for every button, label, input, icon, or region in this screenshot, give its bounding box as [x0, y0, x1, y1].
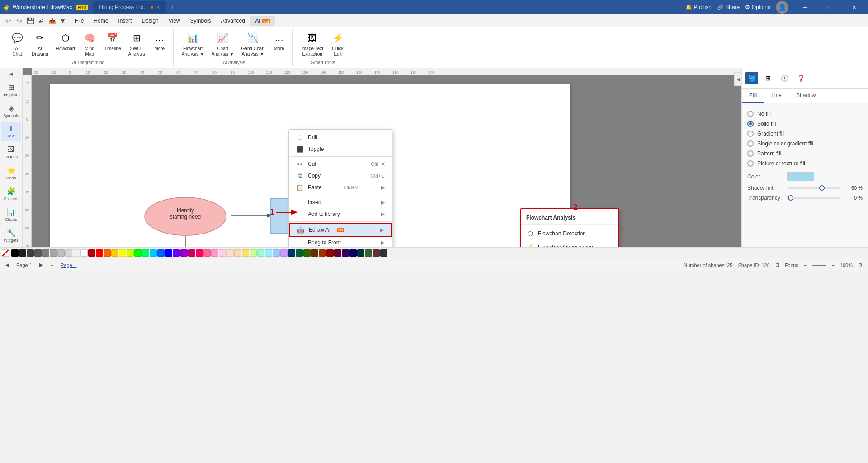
color-swatch[interactable]: [787, 172, 814, 181]
palette-teal[interactable]: [357, 249, 364, 257]
shade-slider-thumb[interactable]: [819, 185, 825, 191]
palette-pale-green[interactable]: [250, 249, 257, 257]
sidebar-item-images[interactable]: 🖼 Images: [1, 142, 21, 162]
palette-yellow-green[interactable]: [127, 249, 134, 257]
palette-pale-violet[interactable]: [280, 249, 288, 257]
palette-dark-navy[interactable]: [349, 249, 357, 257]
ribbon-quick-edit[interactable]: ⚡ QuickEdit: [328, 29, 348, 59]
palette-very-pale-pink[interactable]: [219, 249, 226, 257]
transparency-slider[interactable]: [787, 197, 841, 199]
format-option-2[interactable]: 🕐: [778, 72, 791, 84]
gradient-fill-radio[interactable]: [747, 131, 754, 137]
palette-blue[interactable]: [157, 249, 165, 257]
ribbon-more-diagramming[interactable]: … More: [150, 29, 170, 53]
sidebar-item-icons[interactable]: ⭐ Icons: [1, 163, 21, 183]
palette-pink[interactable]: [196, 249, 203, 257]
palette-cyan[interactable]: [150, 249, 157, 257]
status-zoom-out[interactable]: −: [804, 262, 807, 268]
menu-advanced[interactable]: Advanced: [217, 16, 250, 26]
palette-green-cyan[interactable]: [142, 249, 149, 257]
sidebar-item-templates[interactable]: ⊞ Templates: [1, 80, 21, 100]
status-zoom-slider[interactable]: ────: [812, 262, 826, 268]
palette-red-dark[interactable]: [88, 249, 95, 257]
palette-color-1[interactable]: [19, 249, 26, 257]
ctx-paste[interactable]: 📋 Paste Ctrl+V ▶: [289, 182, 392, 193]
palette-green[interactable]: [134, 249, 142, 257]
ribbon-image-text-extraction[interactable]: 🖼 Image TextExtraction: [298, 29, 326, 59]
palette-yellow-orange[interactable]: [111, 249, 118, 257]
ctx-drill[interactable]: ⬡ Drill: [289, 131, 392, 143]
fill-no-fill[interactable]: No fill: [747, 109, 863, 119]
submenu-flowchart-optimization[interactable]: ⚡ Flowchart Optimization: [521, 240, 618, 247]
no-color-swatch[interactable]: [2, 249, 9, 257]
sidebar-item-charts[interactable]: 📊 Charts: [1, 205, 21, 224]
status-page-name[interactable]: Page-1: [61, 262, 76, 268]
ribbon-ai-chat[interactable]: 💬 AIChat: [7, 29, 27, 59]
publish-button[interactable]: 🔔 Publish: [685, 4, 712, 10]
undo-button[interactable]: ↩: [4, 16, 14, 26]
close-button[interactable]: ✕: [844, 0, 864, 14]
tab-fill[interactable]: Fill: [742, 89, 764, 103]
menu-file[interactable]: File: [71, 16, 88, 26]
palette-color-2[interactable]: [27, 249, 34, 257]
tab-close-icon[interactable]: ✕: [156, 5, 160, 10]
format-option-3[interactable]: ❓: [794, 72, 807, 84]
sidebar-item-widgets[interactable]: 🔧 Widgets: [1, 225, 21, 245]
sidebar-expand-button[interactable]: ◀: [734, 72, 741, 86]
palette-peach[interactable]: [226, 249, 234, 257]
palette-purple[interactable]: [180, 249, 188, 257]
format-option-1[interactable]: ⊞: [762, 72, 774, 84]
minimize-button[interactable]: ─: [795, 0, 816, 14]
status-add-page[interactable]: +: [50, 262, 53, 268]
flowchart-analysis-submenu[interactable]: Flowchart Analysis ⬡ Flowchart Detection…: [520, 208, 619, 247]
redo-button[interactable]: ↪: [14, 16, 24, 26]
ctx-add-to-library[interactable]: Add to library ▶: [289, 208, 392, 220]
palette-color-3[interactable]: [34, 249, 42, 257]
palette-color-5[interactable]: [50, 249, 57, 257]
palette-color-6[interactable]: [57, 249, 65, 257]
tab-line[interactable]: Line: [764, 89, 789, 103]
ctx-edraw-ai[interactable]: 🤖 Edraw AI hot ▶: [289, 223, 392, 237]
palette-indigo[interactable]: [342, 249, 349, 257]
ctx-copy[interactable]: ⧉ Copy Ctrl+C: [289, 170, 392, 182]
menu-home[interactable]: Home: [89, 16, 113, 26]
status-page-nav-right[interactable]: ▶: [39, 262, 43, 268]
maximize-button[interactable]: □: [819, 0, 840, 14]
print-button[interactable]: 🖨: [36, 16, 46, 26]
menu-ai[interactable]: AI hot: [250, 16, 275, 26]
palette-light-pink[interactable]: [203, 249, 211, 257]
palette-forest[interactable]: [365, 249, 372, 257]
menu-design[interactable]: Design: [137, 16, 163, 26]
palette-olive[interactable]: [303, 249, 311, 257]
sidebar-item-symbols[interactable]: ◈ Symbols: [1, 101, 21, 121]
ribbon-more-analysis[interactable]: … More: [269, 29, 289, 53]
palette-maroon[interactable]: [334, 249, 341, 257]
transparency-thumb[interactable]: [788, 195, 793, 201]
fill-single-gradient[interactable]: Single color gradient fill: [747, 139, 863, 149]
shade-slider[interactable]: [787, 187, 841, 189]
status-settings[interactable]: ⚙: [858, 262, 863, 268]
single-gradient-radio[interactable]: [747, 140, 754, 147]
palette-pale-cyan[interactable]: [265, 249, 272, 257]
palette-dark-green[interactable]: [296, 249, 303, 257]
palette-dark-gray[interactable]: [380, 249, 387, 257]
ribbon-mind-map[interactable]: 🧠 MindMap: [80, 29, 99, 59]
dropdown-button[interactable]: ▼: [58, 16, 68, 26]
options-button[interactable]: ⚙ Options: [745, 4, 770, 10]
solid-fill-radio[interactable]: [747, 121, 754, 127]
pattern-fill-radio[interactable]: [747, 150, 754, 157]
sidebar-item-text[interactable]: T Text: [1, 122, 21, 141]
palette-violet[interactable]: [173, 249, 180, 257]
ribbon-swot[interactable]: ⊞ SWOTAnalysis: [125, 29, 147, 59]
menu-view[interactable]: View: [164, 16, 185, 26]
ribbon-flowchart-analysis[interactable]: 📊 FlowchartAnalysis ▼: [179, 29, 207, 59]
ribbon-ai-drawing[interactable]: ✏ AIDrawing: [29, 29, 51, 59]
ctx-cut[interactable]: ✂ Cut Ctrl+X: [289, 158, 392, 170]
fill-gradient[interactable]: Gradient fill: [747, 129, 863, 139]
palette-black[interactable]: [11, 249, 19, 257]
ctx-bring-to-front[interactable]: Bring to Front ▶: [289, 237, 392, 247]
status-page-nav-left[interactable]: ◀: [5, 262, 9, 268]
status-zoom-in[interactable]: +: [831, 262, 834, 268]
status-fit[interactable]: ⊡: [775, 262, 779, 268]
ribbon-flowchart[interactable]: ⬡ Flowchart: [53, 29, 78, 53]
